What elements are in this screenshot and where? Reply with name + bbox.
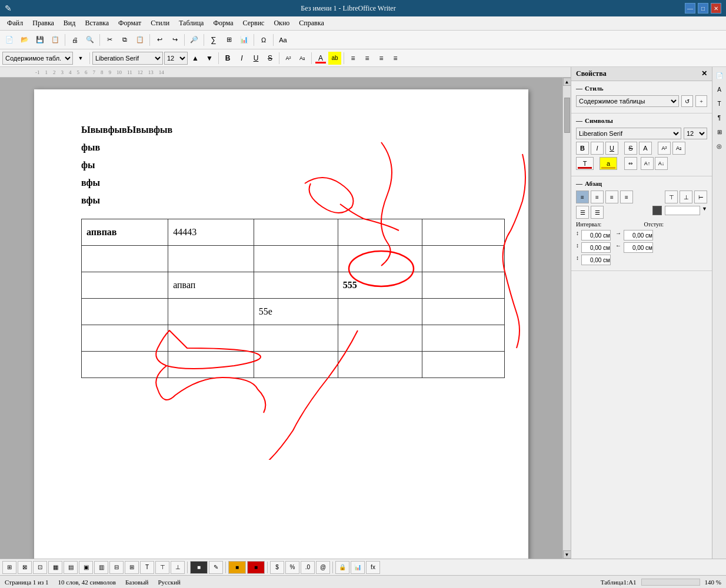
superscript-btn[interactable]: A² bbox=[282, 52, 295, 65]
bottom-draw-btn[interactable]: ✎ bbox=[209, 561, 223, 574]
bottom-lock-btn[interactable]: 🔒 bbox=[335, 561, 349, 574]
table-cell-r3c2[interactable]: 55е bbox=[254, 299, 338, 325]
menu-format[interactable]: Формат bbox=[114, 18, 146, 29]
table-cell-r4c0[interactable] bbox=[82, 325, 168, 352]
para-color-arrow[interactable]: ▼ bbox=[702, 206, 707, 219]
vertical-scrollbar[interactable]: ▲ ▼ bbox=[562, 78, 571, 559]
align-center-btn[interactable]: ≡ bbox=[361, 52, 374, 65]
align-left-btn[interactable]: ≡ bbox=[347, 52, 359, 65]
size-dropdown[interactable]: 12 bbox=[164, 52, 188, 65]
indent-after-input[interactable] bbox=[624, 242, 653, 253]
table-cell-r3c4[interactable] bbox=[422, 299, 505, 325]
table-cell-r1c1[interactable] bbox=[168, 246, 254, 272]
save-as-btn[interactable]: 📋 bbox=[48, 33, 62, 47]
panel-bold-btn[interactable]: B bbox=[576, 142, 589, 155]
panel-subscript-btn[interactable]: A₂ bbox=[672, 142, 685, 155]
scroll-thumb[interactable] bbox=[564, 98, 570, 133]
table-cell-r5c4[interactable] bbox=[422, 352, 505, 378]
table-cell-r1c0[interactable] bbox=[82, 246, 168, 272]
menu-table[interactable]: Таблица bbox=[174, 18, 208, 29]
bottom-btn-10[interactable]: T bbox=[140, 561, 154, 574]
strikethrough-btn[interactable]: S bbox=[264, 52, 277, 65]
align-right-btn[interactable]: ≡ bbox=[375, 52, 388, 65]
bottom-btn-2[interactable]: ⊠ bbox=[18, 561, 32, 574]
style-new-btn[interactable]: + bbox=[695, 95, 707, 107]
menu-help[interactable]: Справка bbox=[294, 18, 328, 29]
align-justify-btn[interactable]: ≡ bbox=[620, 191, 633, 203]
table-cell-r1c4[interactable] bbox=[422, 246, 505, 272]
table-cell-r2c1[interactable]: апвап bbox=[168, 272, 254, 299]
bottom-chart-btn[interactable]: 📊 bbox=[351, 561, 365, 574]
table-cell-r0c2[interactable] bbox=[254, 219, 338, 246]
insert-table-btn[interactable]: ⊞ bbox=[222, 33, 236, 47]
bottom-btn-7[interactable]: ▥ bbox=[94, 561, 108, 574]
table-cell-r0c1[interactable]: 44443 bbox=[168, 219, 254, 246]
panel-size-select[interactable]: 12 bbox=[684, 128, 707, 139]
table-cell-r4c2[interactable] bbox=[254, 325, 338, 352]
print-btn[interactable]: 🖨 bbox=[68, 33, 82, 47]
para-color-swatch[interactable] bbox=[652, 206, 662, 215]
indent-before-input[interactable] bbox=[624, 230, 653, 240]
bottom-fx-btn[interactable]: fx bbox=[366, 561, 380, 574]
sidebar-gallery-btn[interactable]: ⊞ bbox=[714, 126, 725, 138]
valign-mid-btn[interactable]: ⊥ bbox=[680, 191, 692, 203]
para-color-bar[interactable] bbox=[665, 206, 700, 215]
menu-styles[interactable]: Стили bbox=[146, 18, 174, 29]
panel-strikethrough-btn[interactable]: S bbox=[624, 142, 637, 155]
justify-btn[interactable]: ≡ bbox=[389, 52, 402, 65]
spacing-below-input[interactable] bbox=[581, 242, 611, 253]
subscript-btn[interactable]: A₂ bbox=[296, 52, 309, 65]
close-button[interactable]: ✕ bbox=[711, 3, 721, 14]
scroll-up-btn[interactable]: ▲ bbox=[563, 78, 571, 86]
table-cell-r5c1[interactable] bbox=[168, 352, 254, 378]
bottom-btn-6[interactable]: ▣ bbox=[79, 561, 93, 574]
bottom-decimal-btn[interactable]: .0 bbox=[301, 561, 315, 574]
decrease-size-btn[interactable]: ▼ bbox=[203, 52, 216, 65]
new-btn[interactable]: 📄 bbox=[2, 33, 16, 47]
panel-underline-btn[interactable]: U bbox=[605, 142, 618, 155]
align-center-btn[interactable]: ≡ bbox=[591, 191, 604, 203]
align-right-btn[interactable]: ≡ bbox=[605, 191, 618, 203]
align-left-btn[interactable]: ≡ bbox=[576, 191, 589, 203]
panel-superscript-btn[interactable]: A² bbox=[658, 142, 671, 155]
bottom-btn-12[interactable]: ⊥ bbox=[171, 561, 185, 574]
table-cell-r3c1[interactable] bbox=[168, 299, 254, 325]
insert-special-btn[interactable]: Ω bbox=[257, 33, 271, 47]
insert-chart-btn[interactable]: 📊 bbox=[237, 33, 251, 47]
char-size-dn-btn[interactable]: A↓ bbox=[655, 157, 668, 170]
table-cell-r0c3[interactable] bbox=[338, 219, 422, 246]
document-table[interactable]: апвпав 44443 bbox=[81, 219, 505, 378]
table-cell-r2c3[interactable]: 555 bbox=[338, 272, 422, 299]
table-cell-r5c2[interactable] bbox=[254, 352, 338, 378]
bottom-color2-btn[interactable]: ■ bbox=[228, 561, 246, 574]
menu-file[interactable]: Файл bbox=[2, 18, 28, 29]
table-cell-r1c2[interactable] bbox=[254, 246, 338, 272]
font-dropdown[interactable]: Liberation Serif bbox=[92, 52, 163, 65]
cut-btn[interactable]: ✂ bbox=[102, 33, 116, 47]
scroll-down-btn[interactable]: ▼ bbox=[563, 550, 571, 559]
table-cell-r2c4[interactable] bbox=[422, 272, 505, 299]
sidebar-page-btn[interactable]: 📄 bbox=[714, 69, 725, 81]
bottom-percent-btn[interactable]: % bbox=[285, 561, 299, 574]
panel-italic-btn[interactable]: I bbox=[591, 142, 604, 155]
open-btn[interactable]: 📂 bbox=[18, 33, 32, 47]
bottom-btn-11[interactable]: ⊤ bbox=[155, 561, 169, 574]
line-spacing-input[interactable] bbox=[581, 255, 611, 265]
zoom-slider[interactable] bbox=[641, 579, 700, 586]
valign-top-btn[interactable]: ⊤ bbox=[665, 191, 678, 203]
table-cell-r3c3[interactable] bbox=[338, 299, 422, 325]
menu-insert[interactable]: Вставка bbox=[80, 18, 114, 29]
sidebar-navigator-btn[interactable]: ◎ bbox=[714, 140, 725, 152]
panel-fontcolor-btn[interactable]: T bbox=[576, 157, 594, 170]
panel-highlight-btn[interactable]: a bbox=[600, 157, 617, 170]
sidebar-char-btn[interactable]: T bbox=[714, 98, 725, 109]
table-cell-r5c3[interactable] bbox=[338, 352, 422, 378]
menu-window[interactable]: Окно bbox=[269, 18, 294, 29]
char-spacing-btn[interactable]: ⇔ bbox=[624, 157, 637, 170]
font-color-btn[interactable]: A bbox=[314, 52, 327, 65]
table-cell-r3c0[interactable] bbox=[82, 299, 168, 325]
bold-btn[interactable]: B bbox=[221, 52, 234, 65]
menu-edit[interactable]: Правка bbox=[28, 18, 59, 29]
panel-uppercase-btn[interactable]: A bbox=[639, 142, 652, 155]
undo-btn[interactable]: ↩ bbox=[152, 33, 166, 47]
